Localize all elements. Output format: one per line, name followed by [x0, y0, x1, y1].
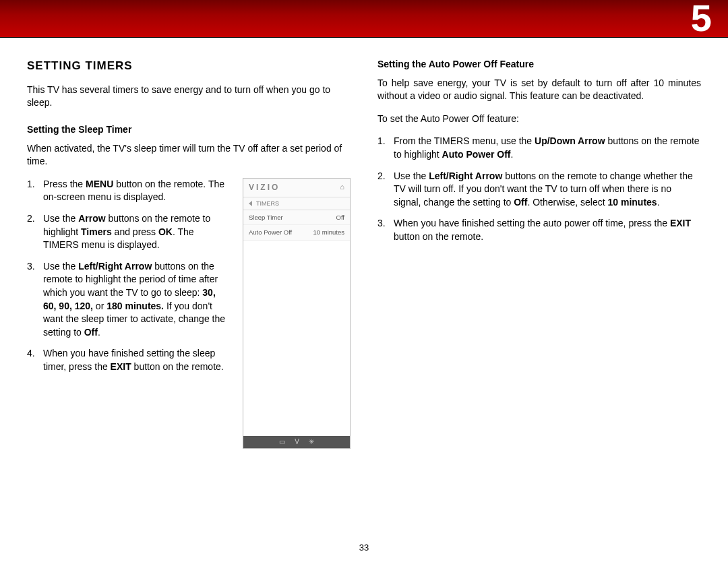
tv-panel-bottom-bar: ▭ V ✳	[243, 436, 350, 448]
tv-panel-header: VIZIO ⌂	[243, 179, 350, 197]
sleep-step-2: Use the Arrow buttons on the remote to h…	[27, 212, 231, 252]
home-icon: ⌂	[340, 182, 344, 192]
wide-icon: ▭	[279, 437, 285, 447]
auto-power-steps-list: From the TIMERS menu, use the Up/Down Ar…	[377, 135, 701, 243]
chapter-number: 5	[691, 0, 712, 40]
tv-menu-screenshot: VIZIO ⌂ TIMERS Sleep Timer Off Auto Powe…	[243, 178, 351, 449]
auto-step-2: Use the Left/Right Arrow buttons on the …	[377, 170, 701, 210]
sub-title-sleep: Setting the Sleep Timer	[27, 123, 351, 137]
intro-paragraph: This TV has several timers to save energ…	[27, 84, 351, 110]
chapter-header-bar: 5	[0, 0, 728, 38]
section-title: SETTING TIMERS	[27, 58, 351, 74]
tv-row-auto-power: Auto Power Off 10 minutes	[243, 225, 350, 240]
gear-icon: ✳	[309, 437, 314, 447]
tv-breadcrumb: TIMERS	[243, 197, 350, 211]
vizio-logo: VIZIO	[249, 182, 280, 193]
back-arrow-icon	[249, 201, 252, 206]
auto-power-intro: To help save energy, your TV is set by d…	[377, 77, 701, 103]
v-icon: V	[295, 437, 299, 447]
page-number: 33	[0, 542, 728, 553]
tv-row-sleep-timer: Sleep Timer Off	[243, 210, 350, 225]
sleep-steps-list: Press the MENU button on the remote. The…	[27, 178, 231, 382]
sleep-step-1: Press the MENU button on the remote. The…	[27, 178, 231, 204]
sleep-intro: When activated, the TV's sleep timer wil…	[27, 142, 351, 168]
sleep-step-3: Use the Left/Right Arrow buttons on the …	[27, 260, 231, 340]
sub-title-auto-power: Setting the Auto Power Off Feature	[377, 58, 701, 71]
left-column: SETTING TIMERS This TV has several timer…	[27, 58, 351, 449]
tv-panel-body	[243, 241, 350, 436]
auto-step-1: From the TIMERS menu, use the Up/Down Ar…	[377, 135, 701, 161]
right-column: Setting the Auto Power Off Feature To he…	[377, 58, 701, 449]
auto-power-lead: To set the Auto Power Off feature:	[377, 113, 701, 126]
sleep-step-4: When you have finished setting the sleep…	[27, 347, 231, 373]
page-content: SETTING TIMERS This TV has several timer…	[0, 38, 728, 449]
auto-step-3: When you have finished setting the auto …	[377, 217, 701, 243]
